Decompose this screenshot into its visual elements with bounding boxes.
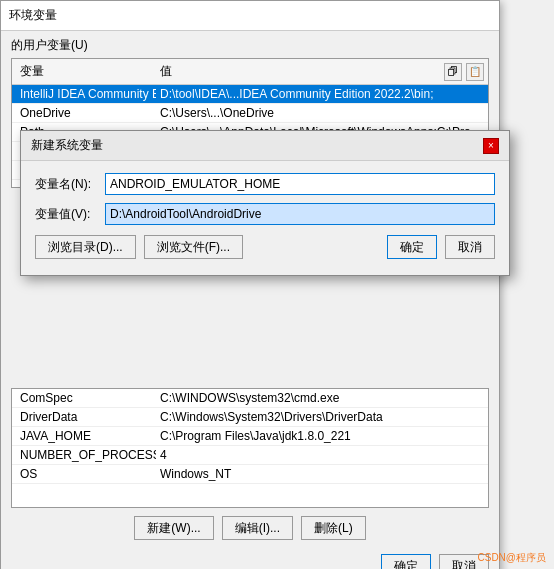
table-row[interactable]: DriverData C:\Windows\System32\Drivers\D… — [12, 408, 488, 427]
row-val: C:\WINDOWS\system32\cmd.exe — [156, 390, 484, 406]
new-sysvar-button[interactable]: 新建(W)... — [134, 516, 213, 540]
new-sysvar-dialog: 新建系统变量 × 变量名(N): 变量值(V): 浏览目录(D)... 浏览文件… — [20, 130, 510, 276]
dialog-cancel-button[interactable]: 取消 — [445, 235, 495, 259]
var-value-label: 变量值(V): — [35, 206, 105, 223]
title-bar: 环境变量 — [1, 1, 499, 31]
browse-dir-button[interactable]: 浏览目录(D)... — [35, 235, 136, 259]
var-name-input[interactable] — [105, 173, 495, 195]
delete-sysvar-button[interactable]: 删除(L) — [301, 516, 366, 540]
row-var: IntelliJ IDEA Community E... — [16, 86, 156, 102]
row-val: 4 — [156, 447, 484, 463]
header-icons: 🗍 📋 — [444, 63, 484, 81]
row-var: ComSpec — [16, 390, 156, 406]
row-var: DriverData — [16, 409, 156, 425]
env-window: 环境变量 的用户变量(U) 变量 值 🗍 📋 IntelliJ IDEA Com… — [0, 0, 500, 569]
table-row[interactable]: IntelliJ IDEA Community E... D:\tool\IDE… — [12, 85, 488, 104]
dialog-title-bar: 新建系统变量 × — [21, 131, 509, 161]
table-row[interactable]: OS Windows_NT — [12, 465, 488, 484]
row-val: C:\Windows\System32\Drivers\DriverData — [156, 409, 484, 425]
row-var: OS — [16, 466, 156, 482]
window-bottom-buttons: 确定 取消 — [1, 548, 499, 569]
var-name-row: 变量名(N): — [35, 173, 495, 195]
var-value-row: 变量值(V): — [35, 203, 495, 225]
row-val: Windows_NT — [156, 466, 484, 482]
window-title: 环境变量 — [9, 7, 57, 24]
edit-sysvar-button[interactable]: 编辑(I)... — [222, 516, 293, 540]
table-row[interactable]: ComSpec C:\WINDOWS\system32\cmd.exe — [12, 389, 488, 408]
row-var: JAVA_HOME — [16, 428, 156, 444]
table-header: 变量 值 🗍 📋 — [12, 59, 488, 85]
dialog-close-button[interactable]: × — [483, 138, 499, 154]
row-var: NUMBER_OF_PROCESSORS — [16, 447, 156, 463]
table-row[interactable]: NUMBER_OF_PROCESSORS 4 — [12, 446, 488, 465]
var-value-input[interactable] — [105, 203, 495, 225]
col-header-val: 值 — [156, 61, 444, 82]
window-confirm-button[interactable]: 确定 — [381, 554, 431, 569]
col-header-var: 变量 — [16, 61, 156, 82]
dialog-body: 变量名(N): 变量值(V): 浏览目录(D)... 浏览文件(F)... 确定… — [21, 161, 509, 275]
dialog-action-buttons: 浏览目录(D)... 浏览文件(F)... 确定 取消 — [35, 235, 495, 259]
row-var: OneDrive — [16, 105, 156, 121]
paste-icon[interactable]: 📋 — [466, 63, 484, 81]
system-variables-table[interactable]: ComSpec C:\WINDOWS\system32\cmd.exe Driv… — [11, 388, 489, 508]
row-val: C:\Program Files\Java\jdk1.8.0_221 — [156, 428, 484, 444]
dialog-confirm-button[interactable]: 确定 — [387, 235, 437, 259]
row-val: D:\tool\IDEA\...IDEA Community Edition 2… — [156, 86, 484, 102]
table-row[interactable]: OneDrive C:\Users\...\OneDrive — [12, 104, 488, 123]
copy-icon[interactable]: 🗍 — [444, 63, 462, 81]
user-section-label: 的用户变量(U) — [1, 31, 499, 58]
system-var-buttons: 新建(W)... 编辑(I)... 删除(L) — [11, 516, 489, 540]
table-row[interactable]: JAVA_HOME C:\Program Files\Java\jdk1.8.0… — [12, 427, 488, 446]
dialog-title-text: 新建系统变量 — [31, 137, 103, 154]
var-name-label: 变量名(N): — [35, 176, 105, 193]
row-val: C:\Users\...\OneDrive — [156, 105, 484, 121]
watermark: CSDN@程序员 — [478, 551, 547, 565]
browse-file-button[interactable]: 浏览文件(F)... — [144, 235, 243, 259]
